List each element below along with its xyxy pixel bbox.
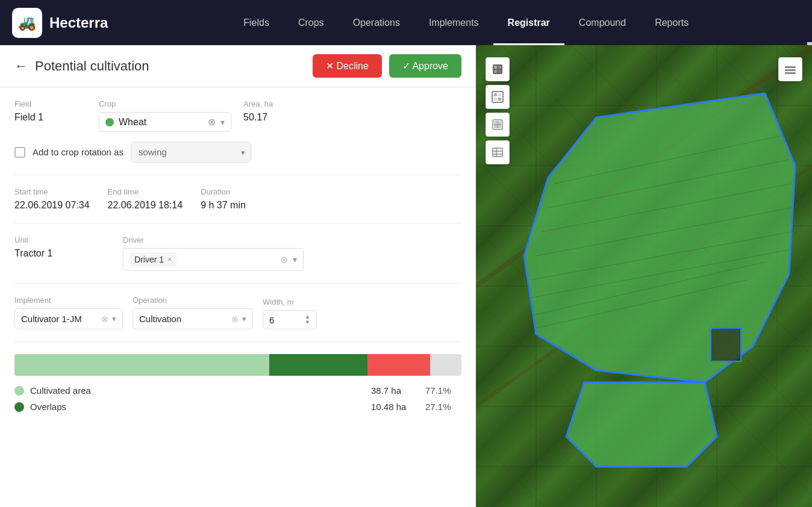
- unit-group: Unit Tractor 1: [14, 235, 111, 259]
- rotation-checkbox[interactable]: [14, 147, 25, 158]
- map-panel: [476, 45, 812, 507]
- map-layers-button[interactable]: [778, 57, 802, 81]
- map-table-btn[interactable]: [486, 140, 510, 164]
- crop-dropdown-icon[interactable]: ▾: [220, 117, 225, 127]
- rotation-row: Add to crop rotation as sowing harvest o…: [14, 142, 461, 163]
- svg-rect-28: [498, 70, 501, 73]
- svg-rect-25: [494, 66, 497, 69]
- width-decrement[interactable]: ▼: [305, 320, 310, 325]
- operation-dropdown-icon[interactable]: ▾: [242, 314, 246, 323]
- svg-rect-33: [498, 98, 501, 101]
- implement-row: Implement Cultivator 1-JM ⊗ ▾ Operation …: [14, 296, 461, 329]
- nav-item-operations[interactable]: Operations: [339, 0, 414, 45]
- svg-rect-38: [493, 148, 502, 157]
- header-actions: ✕ Decline ✓ Approve: [313, 54, 461, 78]
- cultivated-label: Cultivated area: [30, 385, 365, 396]
- time-section: Start time 22.06.2019 07:34 End time 22.…: [14, 187, 461, 223]
- nav-item-registrar[interactable]: Registrar: [493, 0, 564, 45]
- implement-group: Implement Cultivator 1-JM ⊗ ▾: [14, 296, 123, 329]
- width-stepper[interactable]: 6 ▲ ▼: [263, 310, 317, 329]
- start-group: Start time 22.06.2019 07:34: [14, 187, 90, 211]
- map-zoom-btn[interactable]: [486, 85, 510, 109]
- field-value: Field 1: [14, 112, 87, 123]
- operation-label: Operation: [133, 296, 253, 305]
- area-value: 50.17: [243, 112, 304, 123]
- nav-item-fields[interactable]: Fields: [229, 0, 284, 45]
- back-button[interactable]: ←: [14, 58, 28, 74]
- svg-rect-29: [492, 92, 503, 102]
- rotation-label: Add to crop rotation as: [33, 147, 123, 157]
- overlap-pct: 27.1%: [425, 402, 461, 412]
- start-value: 22.06.2019 07:34: [14, 200, 90, 211]
- progress-section: Cultivated area 38.7 ha 77.1% Overlaps 1…: [14, 354, 461, 412]
- duration-group: Duration 9 h 37 min: [201, 187, 246, 211]
- end-value: 22.06.2019 18:14: [108, 200, 183, 211]
- driver-tag: Driver 1 ×: [130, 252, 176, 267]
- field-polygon-2: [566, 382, 717, 467]
- width-label: Width, m: [263, 297, 317, 306]
- svg-rect-23: [711, 328, 741, 361]
- end-label: End time: [108, 187, 183, 196]
- crop-name: Wheat: [119, 117, 203, 128]
- driver-clear-icon[interactable]: ⊗: [280, 254, 288, 266]
- implement-dropdown-icon[interactable]: ▾: [112, 314, 116, 323]
- crop-label: Crop: [99, 99, 231, 108]
- unit-value: Tractor 1: [14, 248, 111, 259]
- logo-icon: 🚜: [18, 14, 36, 31]
- nav-item-crops[interactable]: Crops: [284, 0, 339, 45]
- map-svg: [476, 45, 812, 507]
- map-terrain-btn[interactable]: [486, 113, 510, 137]
- navbar: 🚜 Hecterra Fields Crops Operations Imple…: [0, 0, 812, 45]
- approve-button[interactable]: ✓ Approve: [389, 54, 461, 78]
- nav-item-reports[interactable]: Reports: [640, 0, 703, 45]
- left-panel: ← Potential cultivation ✕ Decline ✓ Appr…: [0, 45, 476, 507]
- implement-selector[interactable]: Cultivator 1-JM ⊗ ▾: [14, 308, 123, 329]
- width-value: 6: [269, 315, 274, 325]
- driver-selector[interactable]: Driver 1 × ⊗ ▾: [123, 248, 304, 271]
- operation-clear-icon[interactable]: ⊗: [231, 314, 239, 324]
- progress-skip-segment: [367, 354, 430, 376]
- crop-selector[interactable]: Wheat ⊗ ▾: [99, 112, 231, 132]
- page-title: Potential cultivation: [35, 58, 149, 74]
- progress-overlap-segment: [269, 354, 367, 376]
- field-label: Field: [14, 99, 87, 108]
- operation-value: Cultivation: [139, 314, 228, 324]
- driver-tag-value: Driver 1: [134, 255, 164, 264]
- decline-button[interactable]: ✕ Decline: [313, 54, 382, 78]
- implement-label: Implement: [14, 296, 123, 305]
- driver-dropdown-icon[interactable]: ▾: [293, 255, 297, 264]
- svg-rect-31: [498, 93, 501, 96]
- page-header: ← Potential cultivation ✕ Decline ✓ Appr…: [0, 45, 476, 87]
- unit-section: Unit Tractor 1 Driver Driver 1 × ⊗ ▾: [14, 235, 461, 284]
- overlap-label: Overlaps: [30, 402, 365, 412]
- implement-clear-icon[interactable]: ⊗: [101, 314, 108, 324]
- overlap-dot: [14, 402, 24, 412]
- rotation-select[interactable]: sowing harvest other: [131, 142, 251, 163]
- crop-clear-icon[interactable]: ⊗: [208, 116, 216, 128]
- progress-bar: [14, 354, 461, 376]
- brand: 🚜 Hecterra: [12, 8, 108, 38]
- map-controls: [486, 57, 510, 164]
- area-label: Area, ha: [243, 99, 304, 108]
- driver-tag-remove[interactable]: ×: [167, 255, 172, 264]
- crop-group: Crop Wheat ⊗ ▾: [99, 99, 231, 132]
- area-group: Area, ha 50.17: [243, 99, 304, 123]
- time-row: Start time 22.06.2019 07:34 End time 22.…: [14, 187, 461, 211]
- width-group: Width, m 6 ▲ ▼: [263, 297, 317, 329]
- map-satellite-btn[interactable]: [486, 57, 510, 81]
- operation-selector[interactable]: Cultivation ⊗ ▾: [133, 308, 253, 329]
- driver-group: Driver Driver 1 × ⊗ ▾: [123, 235, 304, 271]
- field-crop-row: Field Field 1 Crop Wheat ⊗ ▾ Area, ha: [14, 99, 461, 132]
- nav-item-compound[interactable]: Compound: [564, 0, 640, 45]
- progress-cultivated-segment: [14, 354, 269, 376]
- nav-item-implements[interactable]: Implements: [414, 0, 493, 45]
- cultivated-pct: 77.1%: [425, 385, 461, 396]
- field-group: Field Field 1: [14, 99, 87, 123]
- end-group: End time 22.06.2019 18:14: [108, 187, 183, 211]
- svg-rect-32: [494, 98, 497, 101]
- stepper-controls: ▲ ▼: [305, 314, 310, 325]
- cultivated-ha: 38.7 ha: [371, 385, 419, 396]
- svg-rect-44: [785, 72, 796, 74]
- duration-value: 9 h 37 min: [201, 200, 246, 211]
- unit-driver-row: Unit Tractor 1 Driver Driver 1 × ⊗ ▾: [14, 235, 461, 271]
